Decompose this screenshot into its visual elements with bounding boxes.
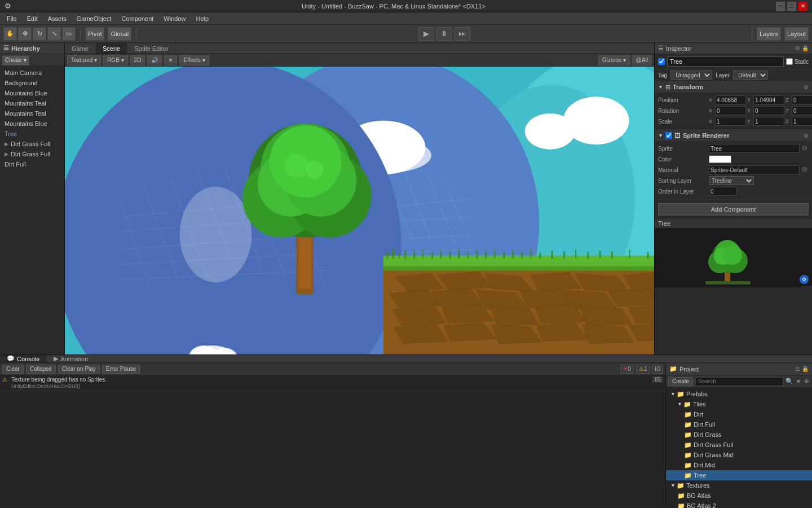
project-item-dirt-grass[interactable]: 📁 Dirt Grass [666, 430, 812, 440]
project-search-input[interactable] [695, 377, 783, 386]
project-item-bg-atlas[interactable]: 📁 BG Atlas [666, 491, 812, 501]
step-button[interactable]: ⏭ [454, 27, 470, 41]
scale-tool-button[interactable]: ⤡ [47, 27, 61, 41]
sprite-label: Sprite [658, 146, 709, 152]
rotation-y-input[interactable] [753, 106, 784, 115]
rotation-z-input[interactable] [792, 106, 812, 115]
project-eye-icon[interactable]: 👁 [804, 378, 810, 385]
rotation-x-input[interactable] [715, 106, 746, 115]
transform-header[interactable]: ▼ ⊞ Transform ⚙ [655, 81, 812, 93]
project-item-bg-atlas-2[interactable]: 📁 BG Atlas 2 [666, 501, 812, 508]
hierarchy-create-button[interactable]: Create ▾ [2, 55, 29, 65]
preview-settings-icon[interactable]: ⚙ [800, 275, 809, 284]
pause-button[interactable]: ⏸ [436, 27, 452, 41]
material-picker-icon[interactable]: ◎ [801, 165, 809, 174]
scale-y-input[interactable] [753, 117, 784, 126]
close-button[interactable]: ✕ [798, 2, 807, 11]
layers-dropdown[interactable]: Layers [757, 27, 781, 41]
global-button[interactable]: Global [108, 27, 131, 41]
project-item-dirt-grass-full[interactable]: 📁 Dirt Grass Full [666, 440, 812, 450]
2d-button[interactable]: 2D [130, 55, 145, 65]
gizmos-dropdown[interactable]: Gizmos ▾ [598, 55, 630, 65]
hierarchy-item-tree[interactable]: Tree [0, 129, 64, 139]
project-item-dirt-full[interactable]: 📁 Dirt Full [666, 419, 812, 430]
hand-tool-button[interactable]: ✋ [3, 27, 17, 41]
chevron-down-icon: ▼ [670, 483, 676, 488]
tab-console[interactable]: 💬 Console [0, 355, 47, 362]
static-checkbox[interactable] [786, 58, 793, 65]
position-z-input[interactable] [792, 95, 812, 104]
audio-button[interactable]: 🔊 [147, 55, 162, 65]
minimize-button[interactable]: ─ [776, 2, 785, 11]
project-item-tree[interactable]: 📁 Tree [666, 470, 812, 480]
effects-dropdown[interactable]: Effects ▾ [179, 55, 209, 65]
tab-scene[interactable]: Scene [96, 43, 127, 54]
tab-animation[interactable]: ▶ Animation [47, 355, 95, 362]
add-component-button[interactable]: Add Component [658, 203, 809, 216]
tab-game[interactable]: Game [65, 43, 96, 54]
hierarchy-item-dirt-grass-full-2[interactable]: ▶ Dirt Grass Full [0, 149, 64, 159]
hierarchy-item-mountains-blue-1[interactable]: Mountains Blue [0, 88, 64, 98]
project-item-dirt-grass-mid[interactable]: 📁 Dirt Grass Mid [666, 450, 812, 460]
hierarchy-item-dirt-full[interactable]: Dirt Full [0, 159, 64, 169]
project-item-prefabs[interactable]: ▼ 📁 Prefabs [666, 389, 812, 399]
title-bar: ⚙ Unity - Untitled - BuzzSaw - PC, Mac &… [0, 0, 812, 12]
project-item-tiles[interactable]: ▼ 📁 Tiles [666, 399, 812, 409]
order-input[interactable] [709, 187, 737, 196]
color-row: Color [658, 154, 809, 164]
project-item-textures[interactable]: ▼ 📁 Textures [666, 480, 812, 491]
layer-select[interactable]: Default [733, 71, 768, 80]
sprite-renderer-header[interactable]: ▼ 🖼 Sprite Renderer ⚙ [655, 130, 812, 141]
sorting-layer-select[interactable]: Treeline [709, 176, 754, 185]
error-pause-button[interactable]: Error Pause [102, 365, 140, 374]
position-x-input[interactable] [715, 95, 746, 104]
hierarchy-item-background[interactable]: Background [0, 78, 64, 88]
color-swatch[interactable] [709, 155, 731, 163]
position-y-input[interactable] [753, 95, 784, 104]
pivot-button[interactable]: Pivot [85, 27, 104, 41]
project-create-button[interactable]: Create [668, 377, 693, 386]
tag-select[interactable]: Untagged [670, 71, 712, 80]
all-search[interactable]: @All [632, 55, 652, 65]
scale-z-input[interactable] [792, 117, 812, 126]
unity-icon: ⚙ [5, 2, 11, 10]
sprite-renderer-enabled[interactable] [665, 132, 672, 139]
hierarchy-item-mountains-teal-2[interactable]: Mountains Teal [0, 108, 64, 119]
project-menu-icon: ☰ 🔒 [795, 366, 809, 372]
textured-dropdown[interactable]: Textured ▾ [67, 55, 101, 65]
maximize-button[interactable]: □ [787, 2, 796, 11]
object-enabled-checkbox[interactable] [658, 58, 665, 65]
collapse-button[interactable]: Collapse [26, 365, 56, 374]
menu-help[interactable]: Help [191, 14, 213, 23]
project-item-dirt-mid[interactable]: 📁 Dirt Mid [666, 460, 812, 470]
rotate-tool-button[interactable]: ↻ [33, 27, 46, 41]
scene-canvas[interactable] [65, 67, 654, 354]
sprite-picker-icon[interactable]: ◎ [801, 144, 809, 153]
hierarchy-item-mountains-blue-2[interactable]: Mountains Blue [0, 119, 64, 129]
play-button[interactable]: ▶ [418, 27, 434, 41]
menu-gameobject[interactable]: GameObject [72, 14, 116, 23]
svg-rect-54 [530, 249, 531, 259]
menu-window[interactable]: Window [159, 14, 190, 23]
svg-rect-45 [449, 251, 451, 259]
tab-sprite-editor[interactable]: Sprite Editor [127, 43, 176, 54]
console-message-1[interactable]: ⚠ Texture being dragged has no Sprites.U… [0, 375, 665, 391]
menu-file[interactable]: File [2, 14, 21, 23]
layout-dropdown[interactable]: Layout [784, 27, 809, 41]
rect-tool-button[interactable]: ▭ [62, 27, 76, 41]
scale-x-input[interactable] [715, 117, 746, 126]
move-tool-button[interactable]: ✥ [18, 27, 32, 41]
rgb-dropdown[interactable]: RGB ▾ [103, 55, 127, 65]
menu-assets[interactable]: Assets [43, 14, 71, 23]
lighting-button[interactable]: ☀ [164, 55, 177, 65]
clear-on-play-button[interactable]: Clear on Play [58, 365, 100, 374]
menu-edit[interactable]: Edit [23, 14, 42, 23]
hierarchy-item-main-camera[interactable]: Main Camera [0, 68, 64, 78]
hierarchy-item-dirt-grass-full-1[interactable]: ▶ Dirt Grass Full [0, 139, 64, 149]
clear-button[interactable]: Clear [2, 365, 24, 374]
svg-rect-36 [383, 256, 654, 266]
project-item-dirt[interactable]: 📁 Dirt [666, 409, 812, 419]
menu-component[interactable]: Component [117, 14, 158, 23]
object-name-field[interactable] [667, 56, 784, 67]
hierarchy-item-mountains-teal-1[interactable]: Mountains Teal [0, 98, 64, 108]
